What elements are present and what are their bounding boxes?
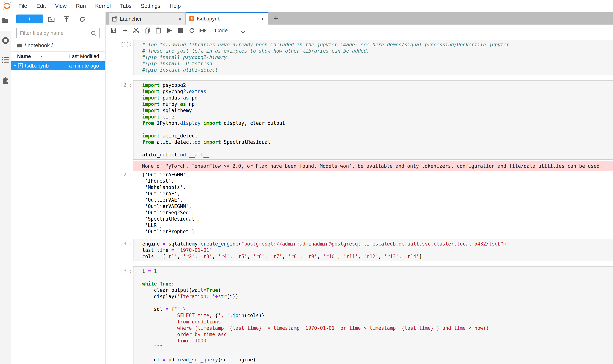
code-token: import xyxy=(142,82,160,88)
code-token: = xyxy=(186,363,189,364)
input-prompt: [1]: xyxy=(106,41,132,48)
code-line xyxy=(142,274,613,281)
tab-tsdb-label: tsdb.ipynb xyxy=(197,16,261,22)
table-of-contents-tab[interactable] xyxy=(0,57,11,63)
code-token: 'r1' xyxy=(165,254,177,259)
code-token: __all__ xyxy=(189,152,209,157)
code-token: # The following libraries have already b… xyxy=(142,42,509,47)
input-prompt: [2]: xyxy=(106,82,132,88)
menu-items: File Edit View Run Kernel Tabs Settings … xyxy=(14,0,185,12)
output-line: 'OutlierProphet'] xyxy=(142,228,613,235)
code-token: , xyxy=(300,254,305,259)
table-of-contents-icon xyxy=(2,57,9,63)
code-line xyxy=(142,145,613,152)
code-line xyxy=(142,350,613,357)
notebook-icon xyxy=(189,16,194,21)
code-token: "time" xyxy=(244,363,262,364)
code-line: import numpy as np xyxy=(142,101,613,107)
code-token: cols xyxy=(142,254,157,259)
menu-file[interactable]: File xyxy=(14,0,32,12)
code-token: pd. xyxy=(189,363,201,364)
code-token: where (timestamp '{last_time}' = timesta… xyxy=(142,325,489,331)
code-token: , xyxy=(338,254,343,259)
code-token: import xyxy=(142,95,160,101)
code-token: "time" xyxy=(163,363,180,364)
tab-launcher[interactable]: Launcher × xyxy=(109,13,185,25)
cut-cells-button[interactable] xyxy=(132,26,140,35)
code-line: cols = ['r1', 'r2', 'r3', 'r4', 'r5', 'r… xyxy=(142,253,613,260)
code-token xyxy=(157,281,160,287)
cell-type-dropdown[interactable]: Code xyxy=(215,25,228,37)
code-token: IPython. xyxy=(154,120,180,126)
add-tab-button[interactable]: + xyxy=(270,12,282,25)
unsaved-indicator-icon[interactable]: ● xyxy=(261,16,264,21)
code-cell-editor[interactable]: i = 1 while True: clear_output(wait=True… xyxy=(133,266,613,364)
new-launcher-button[interactable]: + xyxy=(16,14,43,24)
menu-view[interactable]: View xyxy=(50,0,71,12)
add-cell-button[interactable]: + xyxy=(121,26,129,35)
column-divider xyxy=(56,52,56,61)
code-token: 'r7' xyxy=(271,254,282,259)
stop-kernel-button[interactable] xyxy=(176,26,185,35)
code-token: 'r9' xyxy=(305,254,317,259)
code-token: while xyxy=(142,281,157,287)
code-line: df["time"] = pd.to_datetime(df["time"]) xyxy=(142,363,613,364)
run-icon xyxy=(167,28,172,33)
extensions-tab[interactable] xyxy=(0,77,11,84)
code-line: df = pd.read_sql_query(sql, engine) xyxy=(142,357,613,363)
code-token xyxy=(201,120,204,126)
code-token: . xyxy=(230,313,233,318)
save-button[interactable] xyxy=(109,26,118,35)
jupyterlab-window: File Edit View Run Kernel Tabs Settings … xyxy=(0,0,613,364)
breadcrumb[interactable]: / notebook / xyxy=(11,41,105,50)
restart-icon xyxy=(189,27,195,33)
tab-tsdb-ipynb[interactable]: tsdb.ipynb ● xyxy=(186,12,268,25)
code-line: from IPython.display import display, cle… xyxy=(142,120,613,126)
paste-cells-button[interactable] xyxy=(154,26,163,35)
running-sessions-tab[interactable] xyxy=(0,37,11,44)
restart-run-all-button[interactable] xyxy=(199,26,207,35)
file-browser-tab[interactable] xyxy=(0,17,11,23)
file-row-tsdb-ipynb[interactable]: • tsdb.ipynb a minute ago xyxy=(11,61,105,70)
code-cell-editor[interactable]: engine = sqlalchemy.create_engine("postg… xyxy=(133,239,613,261)
code-token: = xyxy=(204,287,206,293)
code-line: display('Iteration: '+str(i)) xyxy=(142,293,613,300)
code-token: alibi_detect. xyxy=(154,139,195,145)
code-token: True xyxy=(206,287,218,293)
menu-tabs[interactable]: Tabs xyxy=(115,0,136,12)
column-header-last-modified[interactable]: Last Modified xyxy=(69,52,99,61)
code-line: engine = sqlalchemy.create_engine("postg… xyxy=(142,241,613,247)
menu-help[interactable]: Help xyxy=(165,0,185,12)
copy-cells-button[interactable] xyxy=(143,26,152,35)
chevron-down-icon[interactable] xyxy=(241,28,245,33)
code-cell-editor[interactable]: import psycopg2import psycopg2.extrasimp… xyxy=(133,80,613,160)
code-token: ]) xyxy=(262,363,268,364)
code-token: 'r12' xyxy=(364,254,378,259)
code-token: #!pip install -U tsfresh xyxy=(142,61,212,66)
file-filter-input[interactable] xyxy=(17,28,99,38)
save-icon xyxy=(111,28,117,33)
upload-button[interactable] xyxy=(63,15,71,24)
code-token: pd xyxy=(189,95,198,101)
menu-run[interactable]: Run xyxy=(71,0,91,12)
output-line: 'OutlierSeq2Seq', xyxy=(142,209,613,216)
code-token: = xyxy=(148,268,151,274)
code-token: SELECT time, xyxy=(142,313,215,318)
menu-edit[interactable]: Edit xyxy=(32,0,50,12)
run-cell-button[interactable] xyxy=(165,26,174,35)
file-browser-panel: + xyxy=(11,12,105,364)
refresh-button[interactable] xyxy=(78,15,86,24)
restart-kernel-button[interactable] xyxy=(188,26,196,35)
new-folder-button[interactable] xyxy=(47,15,55,24)
menu-kernel[interactable]: Kernel xyxy=(91,0,115,12)
sidebar-resize-handle[interactable] xyxy=(105,12,106,364)
code-line: limit 1000 xyxy=(142,338,613,344)
code-token: str xyxy=(218,294,227,299)
code-token: = xyxy=(163,241,166,247)
code-line: SELECT time, {', '.join(cols)} xyxy=(142,312,613,319)
code-cell-editor[interactable]: # The following libraries have already b… xyxy=(133,40,613,75)
column-header-name[interactable]: Name xyxy=(17,52,31,61)
code-token: (df[ xyxy=(232,363,244,364)
tab-close-icon[interactable]: × xyxy=(178,16,182,22)
menu-settings[interactable]: Settings xyxy=(136,0,165,12)
